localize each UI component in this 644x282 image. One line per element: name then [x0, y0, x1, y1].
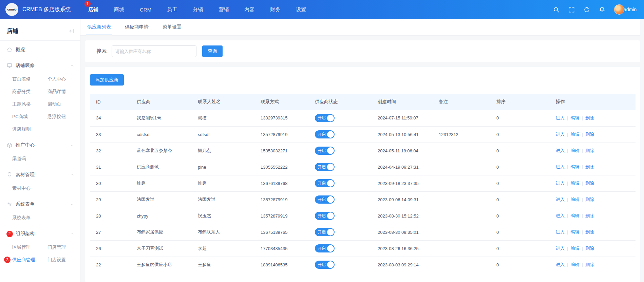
- status-toggle[interactable]: 开启: [315, 228, 335, 236]
- action-删除[interactable]: 删除: [585, 115, 594, 120]
- sidebar-item-店铺装修[interactable]: 店铺装修: [0, 58, 80, 73]
- action-进入[interactable]: 进入: [556, 132, 565, 137]
- sidebar-item-推广中心[interactable]: 推广中心: [0, 138, 80, 152]
- status-toggle[interactable]: 开启: [315, 195, 335, 204]
- sidebar-subitem-区域管理[interactable]: 区域管理: [12, 241, 48, 253]
- sidebar-subitem-商品分类[interactable]: 商品分类: [12, 85, 48, 98]
- action-进入[interactable]: 进入: [556, 229, 565, 234]
- sidebar-subitem-商品详情[interactable]: 商品详情: [48, 85, 80, 98]
- bell-icon[interactable]: [599, 6, 605, 13]
- action-删除[interactable]: 删除: [585, 229, 594, 234]
- sidebar-subitem-系统表单[interactable]: 系统表单: [12, 211, 48, 224]
- action-编辑[interactable]: 编辑: [570, 148, 579, 153]
- action-编辑[interactable]: 编辑: [570, 246, 579, 251]
- sidebar-item-素材管理[interactable]: 素材管理: [0, 168, 80, 182]
- nav-item-员工[interactable]: 员工: [159, 0, 185, 19]
- sidebar-subitem-门店管理[interactable]: 门店管理: [48, 241, 80, 253]
- action-进入[interactable]: 进入: [556, 246, 565, 251]
- top-nav-menu: 店铺1商城CRM员工分销营销内容财务设置: [80, 0, 314, 19]
- sidebar-item-概况[interactable]: 概况: [0, 43, 80, 57]
- action-进入[interactable]: 进入: [556, 197, 565, 202]
- sidebar-subitem-素材中心[interactable]: 素材中心: [12, 182, 48, 194]
- cell-id: 29: [90, 191, 131, 208]
- status-toggle[interactable]: 开启: [315, 261, 335, 269]
- group-icon-slot: [7, 47, 12, 53]
- action-进入[interactable]: 进入: [556, 164, 565, 169]
- action-编辑[interactable]: 编辑: [570, 197, 579, 202]
- sidebar-subitem-启动页[interactable]: 启动页: [48, 98, 80, 110]
- sidebar-subitem-供应商管理[interactable]: 供应商管理3: [12, 253, 48, 266]
- search-icon[interactable]: [553, 6, 560, 13]
- toggle-label: 开启: [318, 246, 326, 251]
- action-删除[interactable]: 删除: [585, 164, 594, 169]
- status-toggle[interactable]: 开启: [315, 163, 335, 171]
- sidebar-subitem-个人中心[interactable]: 个人中心: [48, 73, 80, 85]
- action-进入[interactable]: 进入: [556, 213, 565, 218]
- search-input[interactable]: [112, 45, 196, 57]
- action-编辑[interactable]: 编辑: [570, 115, 579, 120]
- action-编辑[interactable]: 编辑: [570, 213, 579, 218]
- tab-菜单设置[interactable]: 菜单设置: [161, 19, 183, 35]
- column-header-供应商: 供应商: [131, 94, 192, 110]
- sidebar-subitem-首页装修[interactable]: 首页装修: [12, 73, 48, 85]
- cell-id: 31: [90, 159, 131, 175]
- action-进入[interactable]: 进入: [556, 181, 565, 186]
- action-编辑[interactable]: 编辑: [570, 262, 579, 267]
- sidebar-subitem-悬浮按钮[interactable]: 悬浮按钮: [48, 110, 80, 123]
- action-删除[interactable]: 删除: [585, 262, 594, 267]
- tab-供应商申请[interactable]: 供应商申请: [124, 19, 150, 35]
- sidebar-subitem-主题风格[interactable]: 主题风格: [12, 98, 48, 110]
- action-删除[interactable]: 删除: [585, 197, 594, 202]
- action-进入[interactable]: 进入: [556, 148, 565, 153]
- cell-sort: 0: [490, 126, 550, 143]
- nav-item-CRM[interactable]: CRM: [132, 0, 159, 19]
- status-toggle[interactable]: 开启: [315, 244, 335, 252]
- action-删除[interactable]: 删除: [585, 132, 594, 137]
- nav-item-商城[interactable]: 商城: [106, 0, 132, 19]
- sidebar-item-系统表单[interactable]: 系统表单: [0, 197, 80, 211]
- status-toggle[interactable]: 开启: [315, 114, 335, 122]
- nav-item-营销[interactable]: 营销: [211, 0, 236, 19]
- sidebar-subitem-进店规则[interactable]: 进店规则: [12, 123, 48, 135]
- sidebar-subitem-渠道码[interactable]: 渠道码: [12, 152, 48, 165]
- action-编辑[interactable]: 编辑: [570, 132, 579, 137]
- nav-item-店铺[interactable]: 店铺1: [80, 0, 106, 19]
- user-menu[interactable]: admin: [614, 4, 637, 15]
- action-编辑[interactable]: 编辑: [570, 164, 579, 169]
- action-删除[interactable]: 删除: [585, 213, 594, 218]
- sidebar-item-组织架构[interactable]: 2组织架构: [0, 227, 80, 241]
- status-toggle[interactable]: 开启: [315, 147, 335, 155]
- action-删除[interactable]: 删除: [585, 148, 594, 153]
- tab-供应商列表[interactable]: 供应商列表: [86, 19, 112, 35]
- refresh-icon[interactable]: [584, 6, 590, 13]
- status-toggle[interactable]: 开启: [315, 130, 335, 138]
- action-进入[interactable]: 进入: [556, 262, 565, 267]
- cell-phone: 13675139765: [254, 224, 309, 240]
- collapse-left-icon[interactable]: [69, 28, 75, 34]
- status-toggle[interactable]: 开启: [315, 179, 335, 187]
- action-进入[interactable]: 进入: [556, 115, 565, 120]
- column-header-联系人姓名: 联系人姓名: [192, 94, 254, 110]
- avatar[interactable]: [614, 4, 624, 15]
- nav-item-分销[interactable]: 分销: [185, 0, 211, 19]
- action-编辑[interactable]: 编辑: [570, 181, 579, 186]
- nav-item-内容[interactable]: 内容: [236, 0, 262, 19]
- action-删除[interactable]: 删除: [585, 181, 594, 186]
- toggle-label: 开启: [318, 148, 326, 154]
- nav-item-财务[interactable]: 财务: [262, 0, 288, 19]
- sidebar-subitem-门店设置[interactable]: 门店设置: [48, 253, 80, 266]
- nav-item-设置[interactable]: 设置: [288, 0, 314, 19]
- sidebar-subitem-PC商城[interactable]: PC商城: [12, 110, 48, 123]
- cell-supplier: 布鸽家居供应: [131, 224, 192, 240]
- sidebar-item-label: 素材管理: [16, 172, 35, 178]
- action-删除[interactable]: 删除: [585, 246, 594, 251]
- add-supplier-button[interactable]: 添加供应商: [90, 74, 124, 86]
- cell-sort: 0: [490, 175, 550, 191]
- fullscreen-icon[interactable]: [568, 6, 575, 13]
- action-编辑[interactable]: 编辑: [570, 229, 579, 234]
- query-button[interactable]: 查询: [202, 45, 223, 57]
- status-toggle[interactable]: 开启: [315, 212, 335, 220]
- toggle-knob: [327, 164, 334, 170]
- action-separator: |: [582, 197, 583, 202]
- cell-sort: 0: [490, 240, 550, 257]
